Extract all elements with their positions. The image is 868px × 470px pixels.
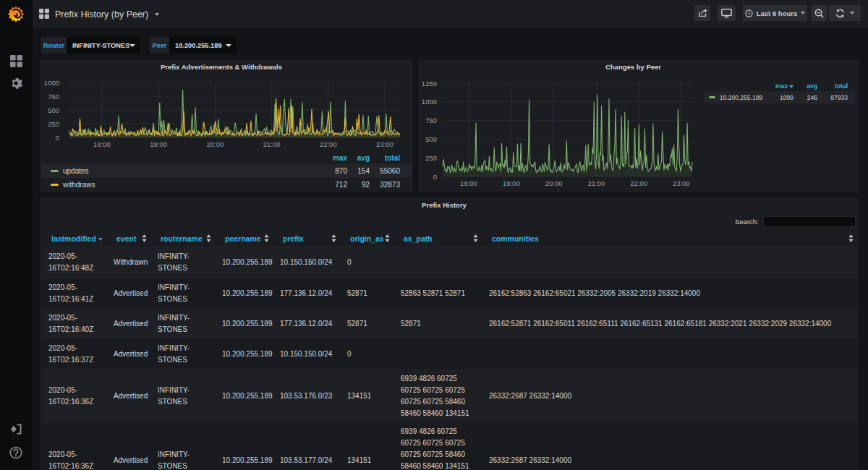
svg-text:19:00: 19:00 [150, 140, 167, 148]
svg-text:750: 750 [48, 93, 59, 101]
svg-text:21:00: 21:00 [263, 140, 281, 148]
svg-text:22:00: 22:00 [630, 179, 647, 187]
svg-text:1250: 1250 [422, 80, 437, 87]
svg-text:23:00: 23:00 [673, 179, 690, 187]
svg-text:250: 250 [48, 120, 59, 128]
svg-text:1000: 1000 [422, 98, 437, 106]
svg-text:0: 0 [56, 134, 59, 142]
svg-text:1000: 1000 [44, 79, 59, 87]
svg-text:18:00: 18:00 [93, 140, 111, 148]
svg-text:250: 250 [425, 154, 437, 162]
svg-text:750: 750 [425, 116, 437, 124]
svg-text:20:00: 20:00 [207, 140, 224, 148]
svg-text:0: 0 [433, 173, 437, 181]
svg-text:18:00: 18:00 [460, 179, 477, 187]
svg-text:500: 500 [425, 135, 437, 143]
svg-text:23:00: 23:00 [376, 140, 393, 148]
svg-text:19:00: 19:00 [503, 179, 520, 187]
svg-text:21:00: 21:00 [588, 179, 605, 187]
svg-text:500: 500 [48, 106, 59, 114]
svg-text:22:00: 22:00 [320, 140, 337, 148]
svg-text:20:00: 20:00 [545, 179, 563, 187]
